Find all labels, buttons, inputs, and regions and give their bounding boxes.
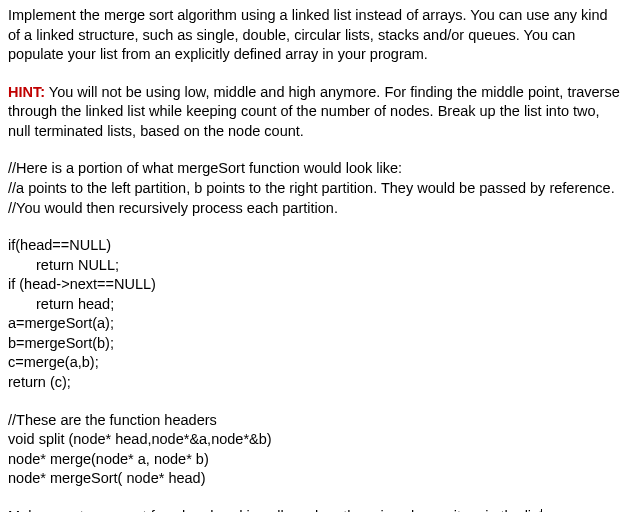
header-line: node* mergeSort( node* head) [8,469,621,489]
code-line: c=merge(a,b); [8,353,621,373]
code-line: return NULL; [8,256,621,276]
intro-paragraph: Implement the merge sort algorithm using… [8,6,621,65]
code-line: return head; [8,295,621,315]
comment-block-1: //Here is a portion of what mergeSort fu… [8,159,621,218]
headers-block: //These are the function headers void sp… [8,411,621,489]
comment-line: //Here is a portion of what mergeSort fu… [8,159,621,179]
comment-line: //You would then recursively process eac… [8,199,621,219]
final-note: Make sure to account for when head is nu… [8,507,621,512]
code-line: a=mergeSort(a); [8,314,621,334]
hint-text: You will not be using low, middle and hi… [8,84,620,139]
final-text: Make sure to account for when head is nu… [8,508,542,512]
hint-paragraph: HINT: You will not be using low, middle … [8,83,621,142]
header-line: //These are the function headers [8,411,621,431]
code-line: return (c); [8,373,621,393]
code-line: if (head->next==NULL) [8,275,621,295]
code-line: b=mergeSort(b); [8,334,621,354]
header-line: void split (node* head,node*&a,node*&b) [8,430,621,450]
code-block: if(head==NULL) return NULL; if (head->ne… [8,236,621,393]
comment-line: //a points to the left partition, b poin… [8,179,621,199]
hint-label: HINT: [8,84,45,100]
header-line: node* merge(node* a, node* b) [8,450,621,470]
code-line: if(head==NULL) [8,236,621,256]
